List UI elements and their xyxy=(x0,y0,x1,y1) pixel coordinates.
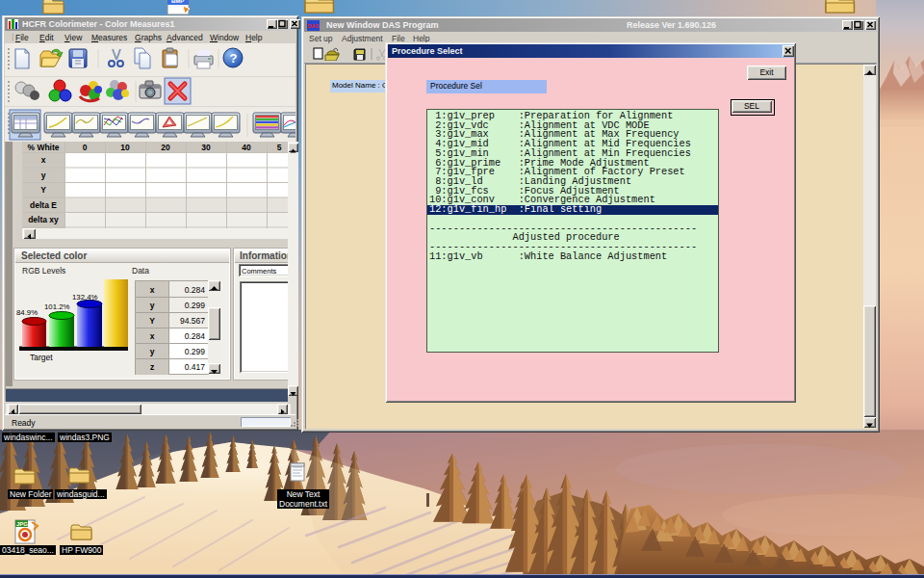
svg-text:DAS: DAS xyxy=(308,23,320,29)
svg-text:Target: Target xyxy=(30,353,53,362)
svg-text:?: ? xyxy=(230,51,238,66)
svg-text:JPG: JPG xyxy=(16,521,28,527)
svg-text:132.4%: 132.4% xyxy=(72,293,98,302)
svg-text:84.9%: 84.9% xyxy=(16,308,38,317)
svg-text:101.2%: 101.2% xyxy=(44,302,70,311)
svg-text:BMP: BMP xyxy=(171,0,184,4)
